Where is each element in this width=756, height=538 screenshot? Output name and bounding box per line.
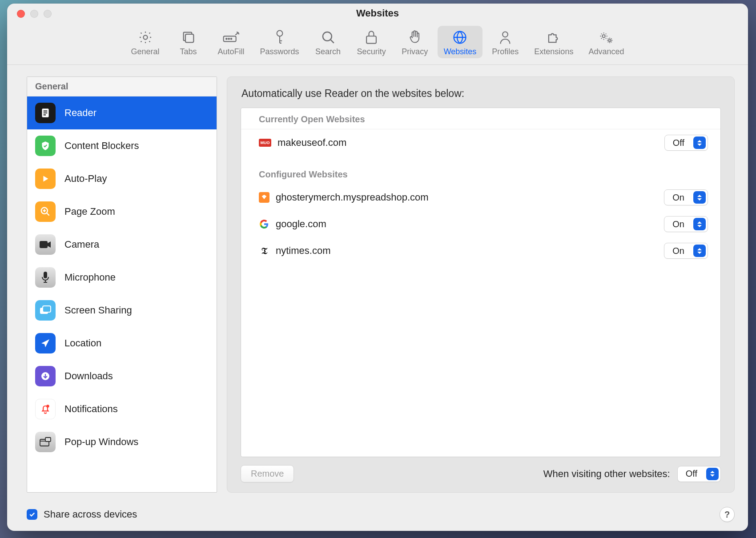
sidebar-item-label: Screen Sharing xyxy=(64,305,132,316)
select-value: Off xyxy=(678,469,705,479)
play-icon xyxy=(35,169,56,189)
minimize-window-button[interactable] xyxy=(30,10,38,18)
svg-point-10 xyxy=(503,32,508,37)
share-checkbox[interactable] xyxy=(27,509,37,520)
reader-select[interactable]: Off xyxy=(664,135,708,151)
tab-label: General xyxy=(131,47,160,56)
chevron-updown-icon xyxy=(693,191,706,204)
select-value: Off xyxy=(665,138,692,148)
sidebar-item-microphone[interactable]: Microphone xyxy=(27,261,217,294)
tab-general[interactable]: General xyxy=(125,26,166,58)
sidebar-item-reader[interactable]: Reader xyxy=(27,96,217,129)
websites-list: Currently Open Websites MUO makeuseof.co… xyxy=(241,108,721,457)
reader-icon xyxy=(35,103,56,123)
tab-label: Tabs xyxy=(180,47,197,56)
configured-websites-header: Configured Websites xyxy=(241,156,720,184)
share-across-devices[interactable]: Share across devices xyxy=(27,509,137,520)
site-row[interactable]: ghosterymerch.myspreadshop.com On xyxy=(241,184,720,211)
preferences-toolbar: General Tabs AutoFill Passwords Search xyxy=(7,23,748,65)
sidebar-item-label: Microphone xyxy=(64,272,116,283)
tab-label: Profiles xyxy=(492,47,519,56)
open-websites-header: Currently Open Websites xyxy=(241,108,720,129)
tab-label: Passwords xyxy=(260,47,299,56)
svg-rect-16 xyxy=(44,272,47,278)
content-panel: Automatically use Reader on the websites… xyxy=(227,76,735,493)
search-icon xyxy=(321,28,336,46)
sidebar-item-downloads[interactable]: Downloads xyxy=(27,360,217,393)
gear-icon xyxy=(138,28,153,46)
svg-point-0 xyxy=(143,35,147,39)
svg-rect-22 xyxy=(45,438,51,442)
sidebar-item-label: Auto-Play xyxy=(64,173,107,185)
titlebar: Websites xyxy=(7,4,748,23)
preferences-window: Websites General Tabs AutoFill Password xyxy=(7,4,748,531)
chevron-updown-icon xyxy=(693,245,706,257)
site-name: nytimes.com xyxy=(276,245,658,257)
download-icon xyxy=(35,366,56,386)
sidebar-item-popup-windows[interactable]: Pop-up Windows xyxy=(27,426,217,458)
tab-passwords[interactable]: Passwords xyxy=(254,26,306,58)
select-value: On xyxy=(664,219,692,229)
remove-button[interactable]: Remove xyxy=(241,465,294,482)
sidebar-item-content-blockers[interactable]: Content Blockers xyxy=(27,129,217,162)
profile-icon xyxy=(498,28,512,46)
site-row[interactable]: google.com On xyxy=(241,211,720,237)
help-button[interactable]: ? xyxy=(720,507,735,522)
svg-rect-1 xyxy=(185,34,193,42)
window-title: Websites xyxy=(356,8,399,19)
svg-point-5 xyxy=(230,38,232,40)
sidebar-item-notifications[interactable]: Notifications xyxy=(27,393,217,426)
tab-label: Advanced xyxy=(588,47,624,56)
screen-sharing-icon xyxy=(35,300,56,321)
sidebar-item-label: Page Zoom xyxy=(64,206,115,217)
camera-icon xyxy=(35,234,56,255)
sidebar-item-screen-sharing[interactable]: Screen Sharing xyxy=(27,294,217,327)
lock-icon xyxy=(365,28,378,46)
sidebar-item-auto-play[interactable]: Auto-Play xyxy=(27,162,217,195)
tab-advanced[interactable]: Advanced xyxy=(582,26,630,58)
svg-point-20 xyxy=(46,405,49,408)
sidebar-item-location[interactable]: Location xyxy=(27,327,217,360)
svg-point-6 xyxy=(277,31,282,36)
tab-label: Extensions xyxy=(534,47,573,56)
tab-privacy[interactable]: Privacy xyxy=(395,26,435,58)
site-name: ghosterymerch.myspreadshop.com xyxy=(276,192,658,203)
select-value: On xyxy=(664,193,692,203)
sidebar-item-page-zoom[interactable]: Page Zoom xyxy=(27,195,217,228)
site-favicon: MUO xyxy=(259,139,271,147)
bell-icon xyxy=(35,399,56,419)
content-heading: Automatically use Reader on the websites… xyxy=(241,88,721,100)
tab-tabs[interactable]: Tabs xyxy=(169,26,209,58)
tab-profiles[interactable]: Profiles xyxy=(485,26,525,58)
tab-extensions[interactable]: Extensions xyxy=(528,26,579,58)
microphone-icon xyxy=(35,267,56,288)
svg-point-12 xyxy=(609,39,611,41)
select-value: On xyxy=(664,246,692,256)
tab-search[interactable]: Search xyxy=(308,26,348,58)
default-select[interactable]: Off xyxy=(677,466,721,482)
hand-icon xyxy=(408,28,422,46)
svg-rect-15 xyxy=(40,241,48,248)
default-label: When visiting other websites: xyxy=(543,468,670,480)
tab-autofill[interactable]: AutoFill xyxy=(211,26,251,58)
location-icon xyxy=(35,333,56,353)
tab-label: Websites xyxy=(444,47,477,56)
tab-websites[interactable]: Websites xyxy=(438,26,483,58)
sidebar-item-label: Notifications xyxy=(64,403,118,415)
close-window-button[interactable] xyxy=(17,10,25,18)
sidebar-item-camera[interactable]: Camera xyxy=(27,228,217,261)
reader-select[interactable]: On xyxy=(664,243,708,259)
reader-select[interactable]: On xyxy=(664,216,708,232)
site-row[interactable]: 𝔗 nytimes.com On xyxy=(241,237,720,264)
svg-point-11 xyxy=(603,35,605,37)
chevron-updown-icon xyxy=(706,468,719,480)
sidebar-item-label: Reader xyxy=(64,107,97,119)
content-footer: Remove When visiting other websites: Off xyxy=(241,457,721,482)
zoom-window-button[interactable] xyxy=(44,10,52,18)
reader-select[interactable]: On xyxy=(664,189,708,205)
site-row[interactable]: MUO makeuseof.com Off xyxy=(241,129,720,156)
tab-security[interactable]: Security xyxy=(351,26,392,58)
traffic-lights xyxy=(17,10,52,18)
sidebar-item-label: Content Blockers xyxy=(64,140,139,152)
tab-label: Security xyxy=(357,47,386,56)
